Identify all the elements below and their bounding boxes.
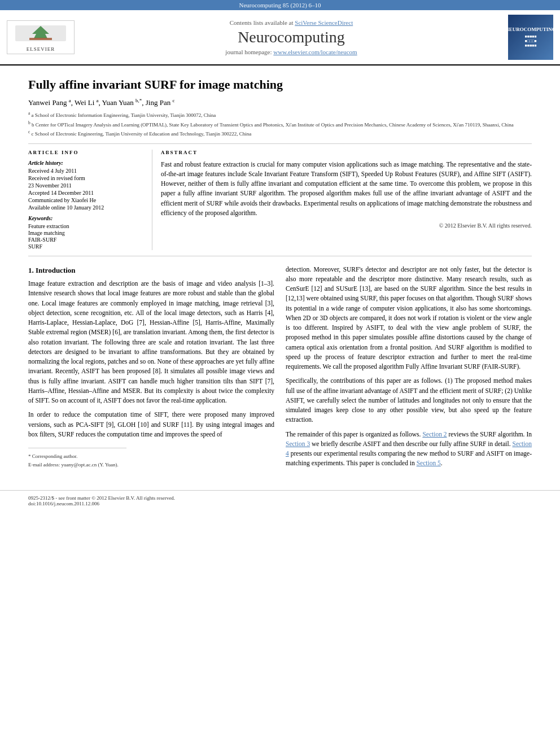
journal-center: Contents lists available at SciVerse Sci… xyxy=(80,19,502,55)
col-right: detection. Moreover, SURF's detector and… xyxy=(286,265,532,473)
homepage-url[interactable]: www.elsevier.com/locate/neucom xyxy=(273,49,357,55)
info-abstract-row: ARTICLE INFO Article history: Received 4… xyxy=(28,143,532,256)
section4-link[interactable]: Section 4 xyxy=(286,440,532,457)
article-history-label: Article history: xyxy=(28,160,143,166)
section3-link[interactable]: Section 3 xyxy=(286,440,310,447)
intro-para-4: Specifically, the contributions of this … xyxy=(286,376,532,425)
journal-citation: Neurocomputing 85 (2012) 6–10 xyxy=(239,2,321,8)
svg-rect-3 xyxy=(29,38,52,40)
affiliations: a a School of Electronic Information Eng… xyxy=(28,111,532,138)
section5-link[interactable]: Section 5 xyxy=(417,460,441,466)
article-info: ARTICLE INFO Article history: Received 4… xyxy=(28,150,152,250)
article-info-heading: ARTICLE INFO xyxy=(28,150,143,155)
elsevier-label: ELSEVIER xyxy=(27,46,55,52)
doi-line: doi:10.1016/j.neucom.2011.12.006 xyxy=(28,501,532,506)
paper-title: Fully affine invariant SURF for image ma… xyxy=(28,77,532,93)
col-left: 1. Introduction Image feature extraction… xyxy=(28,265,274,473)
history-item-4: Communicated by Xiaofei He xyxy=(28,197,143,203)
history-item-2: 23 November 2011 xyxy=(28,182,143,189)
intro-para-3: detection. Moreover, SURF's detector and… xyxy=(286,265,532,372)
section1-heading: 1. Introduction xyxy=(28,265,274,276)
footnote-divider xyxy=(28,448,126,448)
affiliation-b: b b Center for OPTical Imagery Analysis … xyxy=(28,120,532,129)
affiliation-a: a a School of Electronic Information Eng… xyxy=(28,111,532,119)
copyright-line: © 2012 Elsevier B.V. All rights reserved… xyxy=(161,222,532,229)
contents-available: Contents lists available at SciVerse Sci… xyxy=(80,19,502,26)
history-item-3: Accepted 14 December 2011 xyxy=(28,190,143,196)
history-item-1: Received in revised form xyxy=(28,175,143,181)
abstract-section: ABSTRACT Fast and robust feature extract… xyxy=(152,150,532,250)
footnote-corresponding: * Corresponding author. xyxy=(28,453,274,460)
intro-para-1: Image feature extraction and description… xyxy=(28,279,274,405)
keyword-0: Feature extraction xyxy=(28,223,143,229)
journal-title: Neurocomputing xyxy=(80,28,502,46)
intro-para-5: The remainder of this paper is organized… xyxy=(286,430,532,469)
intro-para-2: In order to reduce the computation time … xyxy=(28,410,274,439)
issn-line: 0925-2312/$ - see front matter © 2012 El… xyxy=(28,495,532,501)
keyword-2: FAIR-SURF xyxy=(28,237,143,243)
journal-cover-image: NEUROCOMPUTING ■■■■■■□□□■■■■■■ xyxy=(508,15,553,60)
abstract-heading: ABSTRACT xyxy=(161,150,532,155)
journal-homepage: journal homepage: www.elsevier.com/locat… xyxy=(80,49,502,55)
journal-header: ELSEVIER Contents lists available at Sci… xyxy=(0,10,560,65)
keyword-1: Image matching xyxy=(28,230,143,236)
elsevier-logo: ELSEVIER xyxy=(7,20,75,54)
bottom-bar: 0925-2312/$ - see front matter © 2012 El… xyxy=(0,490,560,511)
history-item-0: Received 4 July 2011 xyxy=(28,168,143,174)
top-bar: Neurocomputing 85 (2012) 6–10 xyxy=(0,0,560,10)
keyword-3: SURF xyxy=(28,243,143,250)
elsevier-logo-svg xyxy=(12,23,69,45)
abstract-text: Fast and robust feature extraction is cr… xyxy=(161,160,532,219)
footnote-email: E-mail address: yuany@opt.ac.cn (Y. Yuan… xyxy=(28,461,274,469)
body-two-col: 1. Introduction Image feature extraction… xyxy=(28,265,532,473)
affiliation-c: c c School of Electronic Engineering, Ti… xyxy=(28,129,532,138)
sciverse-link[interactable]: SciVerse ScienceDirect xyxy=(295,19,353,26)
main-content: Fully affine invariant SURF for image ma… xyxy=(0,65,560,484)
authors-line: Yanwei Pang a, Wei Li a, Yuan Yuan b,*, … xyxy=(28,98,532,107)
section1-number: 1. Introduction xyxy=(28,266,76,274)
keywords-label: Keywords: xyxy=(28,215,143,221)
section2-link[interactable]: Section 2 xyxy=(422,431,447,438)
history-item-5: Available online 10 January 2012 xyxy=(28,204,143,211)
